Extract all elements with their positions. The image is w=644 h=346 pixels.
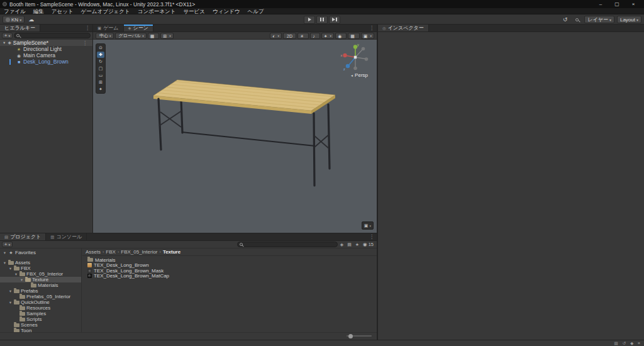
saved-search-icon[interactable]: ★: [354, 242, 360, 247]
foldout-arrow-icon[interactable]: ▼: [14, 272, 18, 276]
rotate-tool[interactable]: ↻: [97, 59, 104, 65]
asset-item[interactable]: TEX_Desk_Long_Brown_MatCap: [82, 274, 377, 279]
foldout-arrow-icon[interactable]: ▼: [8, 301, 13, 304]
view-tool[interactable]: ⊙: [97, 45, 104, 51]
menu-item[interactable]: ゲームオブジェクト: [77, 8, 134, 14]
account-dropdown[interactable]: KN ▾: [3, 16, 25, 23]
tree-row[interactable]: Scenes: [0, 322, 81, 328]
hierarchy-search-input[interactable]: [21, 33, 88, 38]
foldout-arrow-icon[interactable]: ▼: [19, 278, 24, 282]
project-search-input[interactable]: [244, 242, 335, 247]
foldout-arrow-icon[interactable]: ▼: [8, 267, 13, 271]
scene-view-tab[interactable]: ▣ ゲーム: [93, 25, 124, 31]
draw-mode-dropdown[interactable]: ◐ ▾: [270, 33, 282, 39]
rect-tool[interactable]: ▭: [97, 72, 104, 79]
hierarchy-add-button[interactable]: + ▾: [2, 33, 13, 38]
tool-pivot-dropdown[interactable]: 中心 ▾: [96, 33, 114, 39]
layout-dropdown[interactable]: Layout ▾: [617, 16, 641, 23]
asset-item[interactable]: TEX_Desk_Long_Brown_Mask: [82, 268, 377, 274]
desk-long-brown-model[interactable]: [93, 40, 377, 233]
tree-row[interactable]: Scripts: [0, 316, 81, 322]
scale-tool[interactable]: ▢: [97, 65, 104, 72]
hierarchy-item[interactable]: ☀ Directional Light: [0, 46, 92, 52]
scene-visibility-toggle[interactable]: ◉: [335, 33, 347, 39]
hierarchy-item[interactable]: ■ Desk_Long_Brown: [0, 59, 92, 65]
project-search[interactable]: [237, 242, 338, 247]
menu-item[interactable]: ファイル: [0, 8, 30, 14]
foldout-arrow-icon[interactable]: ▼: [3, 261, 7, 265]
foldout-arrow-icon[interactable]: ▼: [3, 251, 7, 255]
tab-inspector[interactable]: ◎ インスペクター: [378, 25, 429, 31]
tree-row[interactable]: ▼ Favorites: [0, 250, 81, 255]
hierarchy-item[interactable]: ◉ Main Camera: [0, 52, 92, 59]
scene-audio-toggle[interactable]: ♪: [310, 33, 320, 39]
tree-row[interactable]: ▼ QuickOutline: [0, 299, 81, 305]
undo-history-button[interactable]: ↺: [560, 16, 570, 23]
scene-header-row[interactable]: ▼ ◈ SampleScene* ⋮: [0, 40, 92, 46]
camera-settings-dropdown[interactable]: ▣ ▾: [361, 33, 374, 39]
menu-item[interactable]: 編集: [30, 8, 48, 14]
project-area-tab[interactable]: ▤ プロジェクト: [0, 233, 46, 240]
transform-tool[interactable]: ⊞: [97, 79, 104, 86]
grid-snapping-toggle[interactable]: ▦: [148, 33, 160, 39]
project-panel-menu-icon[interactable]: ⋮: [367, 233, 377, 240]
pause-button[interactable]: [316, 16, 328, 24]
breadcrumb-segment[interactable]: Assets ›: [86, 249, 104, 255]
search-by-type-icon[interactable]: ◈: [339, 242, 345, 247]
cloud-services-button[interactable]: ☁: [26, 16, 36, 23]
tool-orientation-dropdown[interactable]: グローバル ▾: [115, 33, 147, 39]
tree-row[interactable]: ▼ Prefabs: [0, 288, 81, 294]
tree-row[interactable]: ▼ FBX: [0, 265, 81, 271]
tree-row[interactable]: Toon: [0, 328, 81, 332]
layers-dropdown[interactable]: レイヤー ▾: [584, 16, 614, 23]
tree-row[interactable]: Samples: [0, 311, 81, 316]
gizmo-projection-label[interactable]: ◂ Persp: [351, 72, 368, 78]
asset-item[interactable]: Materials: [82, 257, 377, 263]
menu-item[interactable]: コンポーネント: [134, 8, 180, 14]
grid-visibility-toggle[interactable]: ▦: [348, 33, 360, 39]
search-by-label-icon[interactable]: ▤: [346, 242, 353, 247]
tree-row[interactable]: Resources: [0, 305, 81, 311]
tree-row[interactable]: ▼ FBX_05_Interior: [0, 271, 81, 277]
step-button[interactable]: [329, 16, 340, 24]
tree-row[interactable]: Materials: [0, 282, 81, 288]
gizmo-x-axis[interactable]: [343, 53, 347, 57]
menu-item[interactable]: サービス: [179, 8, 209, 14]
scene-viewport[interactable]: ⊙ ✚ ↻ ▢ ▭ ⊞ ✦: [93, 40, 377, 233]
status-menu-icon[interactable]: ≡: [638, 341, 640, 346]
foldout-arrow-icon[interactable]: ▼: [8, 289, 13, 293]
move-tool[interactable]: ✚: [97, 52, 104, 58]
tree-row[interactable]: Prefabs_05_Interior: [0, 294, 81, 299]
hierarchy-search[interactable]: [14, 33, 91, 38]
scene-panel-menu-icon[interactable]: ⋮: [367, 25, 377, 31]
menu-item[interactable]: ヘルプ: [244, 8, 268, 14]
menu-item[interactable]: ウィンドウ: [209, 8, 244, 14]
console-status-icon[interactable]: ▤: [614, 341, 618, 346]
breadcrumb-segment[interactable]: FBX ›: [106, 249, 119, 255]
scene-lighting-toggle[interactable]: ☀: [297, 33, 309, 39]
breadcrumb-segment[interactable]: FBX_05_Interior ›: [121, 249, 161, 255]
scene-orientation-gizmo[interactable]: x y z: [339, 41, 372, 74]
maximize-button[interactable]: ▢: [609, 0, 625, 8]
custom-tool[interactable]: ✦: [97, 86, 104, 92]
scene-menu-icon[interactable]: ⋮: [80, 40, 90, 46]
project-add-button[interactable]: + ▾: [2, 242, 13, 247]
notification-icon[interactable]: ◆: [630, 341, 633, 346]
hierarchy-panel-menu-icon[interactable]: ⋮: [82, 25, 92, 31]
tab-hierarchy[interactable]: ヒエラルキー: [0, 25, 40, 31]
increment-snap-toggle[interactable]: ⊞ ▾: [160, 33, 173, 39]
tree-row[interactable]: ▼ Assets: [0, 260, 81, 265]
menu-item[interactable]: アセット: [48, 8, 77, 14]
gizmo-z-axis[interactable]: [346, 64, 350, 68]
project-area-tab[interactable]: ▥ コンソール: [46, 233, 87, 240]
scene-view-tab[interactable]: ◈ シーン: [124, 25, 153, 31]
search-button[interactable]: [572, 16, 582, 23]
foldout-arrow-icon[interactable]: ▼: [3, 41, 6, 45]
thumbnail-size-slider[interactable]: [347, 335, 372, 337]
effects-dropdown[interactable]: ✦ ▾: [321, 33, 334, 39]
close-button[interactable]: ×: [625, 0, 641, 8]
slider-thumb[interactable]: [348, 334, 353, 338]
asset-item[interactable]: TEX_Desk_Long_Brown: [82, 263, 377, 269]
camera-overlay-toggle[interactable]: ▣ ▾: [362, 221, 374, 230]
play-button[interactable]: [304, 16, 315, 24]
